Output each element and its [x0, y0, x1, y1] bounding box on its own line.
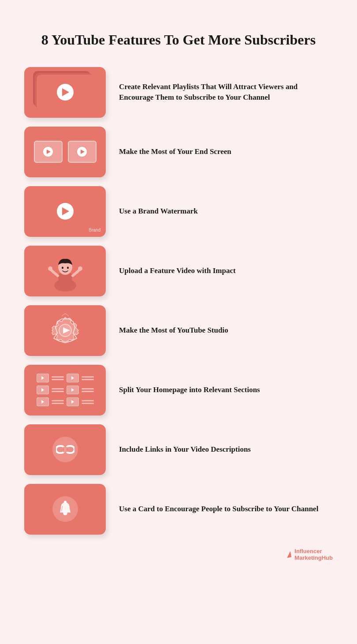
icon-box-studio: [24, 305, 106, 356]
list-item: Include Links in Your Video Descriptions: [24, 424, 333, 475]
grid-line: [82, 388, 94, 389]
svg-point-2: [48, 266, 52, 271]
item-text-4: Upload a Feature Video with Impact: [119, 266, 333, 276]
footer-brand-line2: MarketingHub: [294, 554, 333, 561]
item-text-1: Create Relevant Playlists That Will Attr…: [119, 82, 333, 103]
grid-line: [52, 379, 64, 380]
list-item: Create Relevant Playlists That Will Attr…: [24, 67, 333, 118]
grid-lines-5: [52, 400, 64, 404]
card-front: [37, 75, 94, 110]
bell-svg: [57, 500, 73, 518]
play-triangle-icon: [62, 88, 69, 96]
svg-point-12: [64, 501, 67, 503]
list-item: Make the Most of YouTube Studio: [24, 305, 333, 356]
playlist-icon: [37, 75, 94, 110]
grid-line: [82, 391, 94, 392]
svg-point-5: [67, 266, 69, 269]
footer-brand-line1: Influencer: [294, 548, 322, 554]
play-button-sm-icon-2: [77, 147, 87, 157]
footer-brand: Influencer MarketingHub: [24, 548, 333, 562]
circle-icon-links: [52, 437, 78, 462]
play-button-sm-icon: [43, 147, 53, 157]
play-triangle-sm-icon: [47, 150, 51, 154]
circle-icon-bell: [52, 496, 78, 522]
grid-line: [52, 388, 64, 389]
svg-rect-11: [63, 447, 67, 452]
grid-play-icon-6: [71, 400, 74, 404]
play-triangle-sm-icon-2: [81, 150, 85, 154]
item-text-7: Include Links in Your Video Descriptions: [119, 444, 333, 455]
grid-thumb-4: [67, 386, 79, 394]
icon-box-endscreen: [24, 127, 106, 177]
play-button-icon: [57, 84, 74, 101]
item-text-8: Use a Card to Encourage People to Subscr…: [119, 504, 333, 514]
svg-point-3: [78, 266, 82, 271]
items-list: Create Relevant Playlists That Will Attr…: [24, 67, 333, 535]
bell-icon: [24, 484, 106, 535]
studio-icon: [24, 305, 106, 356]
svg-point-4: [62, 266, 63, 269]
grid-row-1: [37, 374, 94, 382]
grid-icon: [31, 368, 99, 412]
grid-line: [52, 400, 64, 401]
list-item: Brand Use a Brand Watermark: [24, 186, 333, 237]
grid-play-icon: [41, 376, 44, 380]
grid-lines-4: [82, 388, 94, 392]
item-text-2: Make the Most of Your End Screen: [119, 146, 333, 157]
grid-thumb-5: [37, 397, 49, 406]
grid-play-icon-2: [71, 376, 74, 380]
grid-play-icon-4: [71, 388, 74, 392]
grid-lines-1: [52, 376, 64, 380]
footer-diamond-icon: [286, 551, 291, 558]
icon-box-brand: Brand: [24, 186, 106, 237]
item-text-6: Split Your Homepage into Relevant Sectio…: [119, 385, 333, 395]
footer-text: Influencer MarketingHub: [294, 548, 333, 562]
icon-box-grid: [24, 365, 106, 416]
play-button-icon-brand: [57, 203, 74, 220]
grid-line: [52, 391, 64, 392]
item-text-3: Use a Brand Watermark: [119, 206, 333, 217]
thumb-card-1: [34, 141, 63, 163]
person-icon: [24, 246, 106, 296]
icon-box-playlist: [24, 67, 106, 118]
list-item: Split Your Homepage into Relevant Sectio…: [24, 365, 333, 416]
icon-box-person: [24, 246, 106, 296]
icon-box-bell: [24, 484, 106, 535]
grid-line: [82, 376, 94, 378]
chain-svg: [56, 442, 74, 457]
grid-thumb-2: [67, 374, 79, 382]
grid-lines-3: [52, 388, 64, 392]
thumb-card-2: [68, 141, 97, 163]
grid-lines-2: [82, 376, 94, 380]
grid-line: [82, 379, 94, 380]
links-icon: [24, 424, 106, 475]
grid-row-3: [37, 397, 94, 406]
icon-box-links: [24, 424, 106, 475]
grid-thumb-6: [67, 397, 79, 406]
list-item: Use a Card to Encourage People to Subscr…: [24, 484, 333, 535]
page-title: 8 YouTube Features To Get More Subscribe…: [24, 31, 333, 49]
grid-lines-6: [82, 400, 94, 404]
grid-play-icon-3: [41, 388, 44, 392]
grid-play-icon-5: [41, 400, 44, 404]
grid-thumb-3: [37, 386, 49, 394]
list-item: Upload a Feature Video with Impact: [24, 246, 333, 296]
grid-line: [52, 376, 64, 378]
grid-line: [52, 403, 64, 404]
grid-row-2: [37, 386, 94, 394]
item-text-5: Make the Most of YouTube Studio: [119, 325, 333, 336]
person-svg: [41, 250, 89, 292]
grid-line: [82, 400, 94, 401]
grid-line: [82, 403, 94, 404]
page-container: 8 YouTube Features To Get More Subscribe…: [7, 18, 350, 575]
brand-label-text: Brand: [89, 228, 100, 232]
play-triangle-brand-icon: [62, 207, 69, 215]
gear-svg: [48, 313, 83, 348]
grid-thumb-1: [37, 374, 49, 382]
endscreen-icon: [24, 127, 106, 177]
list-item: Make the Most of Your End Screen: [24, 127, 333, 177]
brand-watermark-icon: Brand: [24, 186, 106, 237]
